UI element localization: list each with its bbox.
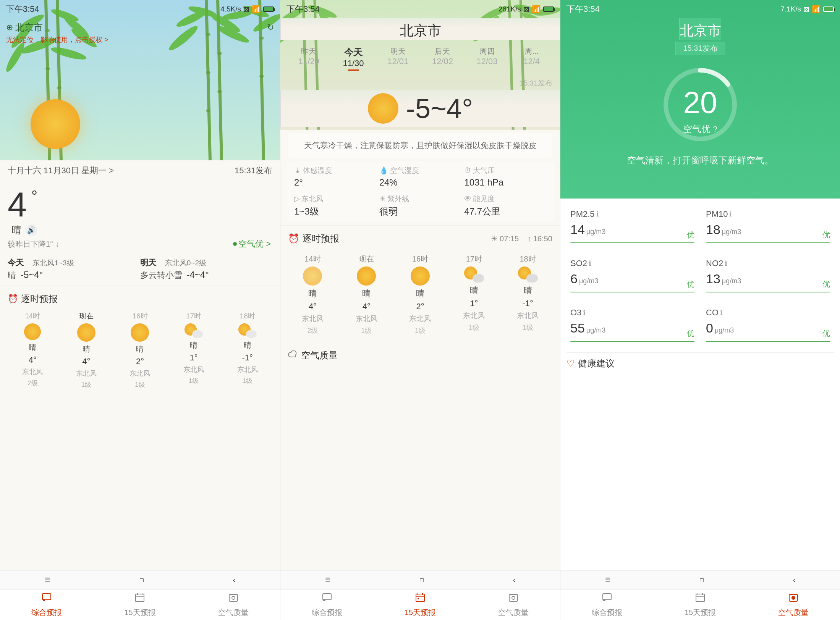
weather-tip-2: 天气寒冷干燥，注意保暖防寒，且护肤做好保湿以免皮肤干燥脱皮	[288, 133, 552, 158]
visibility-value: 47.7公里	[464, 205, 546, 218]
svg-point-15	[217, 52, 222, 55]
panel-15day: 下午3:54 281K/s ⊠ 📶 北京市 昨天 11/29 今天 11/30	[280, 0, 560, 620]
svg-rect-68	[603, 594, 611, 600]
feel-temp-value: 2°	[294, 177, 376, 188]
sys-back-1[interactable]: ‹	[233, 577, 235, 584]
hour-item-4: 18时 晴 -1° 东北风 1级	[221, 311, 274, 389]
sound-icon-1[interactable]: 🔊	[25, 224, 37, 236]
hour-weather-3: 晴	[190, 340, 197, 350]
sys-back-3[interactable]: ‹	[793, 577, 795, 584]
tab-today[interactable]: 今天 11/30	[331, 44, 376, 73]
bottom-nav-1: 综合预报 15天预报 空气质量	[0, 589, 280, 620]
sys-home-1[interactable]: □	[140, 577, 144, 584]
aqi-question-icon[interactable]: ?	[713, 125, 717, 134]
hour-weather-2: 晴	[136, 344, 144, 354]
uv-icon: ☀	[379, 194, 386, 203]
nav-15day-3[interactable]: 15天预报	[654, 590, 747, 620]
svg-point-14	[206, 109, 210, 112]
speed-2: 281K/s	[498, 5, 521, 13]
time-3: 下午3:54	[566, 3, 600, 15]
scroll-content-2: 天气寒冷干燥，注意保暖防寒，且护肤做好保湿以免皮肤干燥脱皮 🌡 体感温度 2° …	[280, 130, 560, 620]
location-bar-1[interactable]: ⊕ 北京市 ↻	[0, 18, 280, 34]
sys-home-2[interactable]: □	[420, 577, 424, 584]
svg-point-42	[232, 596, 235, 599]
hour-windlvl-4: 1级	[242, 376, 252, 385]
nav-15day-2[interactable]: 15天预报	[374, 590, 467, 620]
main-weather-2: -5~4°	[280, 90, 560, 127]
tab-next[interactable]: 周... 12/4	[509, 44, 554, 73]
hour-windlvl-1: 1级	[81, 380, 91, 389]
svg-point-13	[206, 71, 210, 74]
hour-temp-0: 4°	[29, 355, 37, 365]
nav-label-comp-2: 综合预报	[312, 607, 342, 618]
sys-menu-1[interactable]: ☰	[45, 576, 50, 584]
publish-time-2: 15:31发布	[280, 77, 560, 90]
time-1: 下午3:54	[6, 3, 39, 15]
p2-hour-1: 现在 晴 4° 东北风 1级	[340, 251, 393, 338]
humidity-icon: 💧	[379, 166, 388, 175]
nav-airquality-3[interactable]: 空气质量	[747, 590, 840, 620]
hour-temp-4: -1°	[242, 353, 252, 363]
health-title: 健康建议	[578, 357, 615, 370]
tomorrow-wind: 东北风0~2级	[165, 259, 206, 267]
sys-nav-2: ☰ □ ‹	[280, 570, 560, 589]
bottom-nav-2: 综合预报 15天预报 空气质量	[280, 589, 560, 620]
tab-yesterday[interactable]: 昨天 11/29	[286, 44, 331, 73]
tomorrow-details: 多云转小雪 -4~4°	[140, 270, 273, 281]
nav-airquality-1[interactable]: 空气质量	[187, 590, 280, 620]
signal-icon-3: ⊠	[803, 5, 809, 14]
sys-back-2[interactable]: ‹	[513, 577, 515, 584]
sys-menu-3[interactable]: ☰	[605, 576, 610, 584]
hour-windlvl-2: 1级	[135, 380, 145, 389]
publish-time-3: 15:31发布	[675, 42, 725, 55]
hour-time-0: 14时	[25, 311, 40, 321]
sys-menu-2[interactable]: ☰	[325, 576, 330, 584]
nav-comprehensive-3[interactable]: 综合预报	[560, 590, 654, 620]
divider-1	[0, 286, 280, 286]
pollutant-no2: NO2 ℹ 13 μg/m3 优	[702, 254, 834, 297]
location-error-1[interactable]: 无法定位，影响使用，点击授权 >	[0, 34, 280, 46]
alarm-icon-1: ⏰	[8, 294, 18, 304]
wind-icon: ▷	[294, 194, 300, 203]
sun-decoration	[31, 99, 80, 149]
temp-row-1: 4 °	[0, 181, 280, 223]
svg-point-65	[512, 596, 515, 599]
nav-icon-15day-2	[415, 593, 426, 606]
status-right-3: 7.1K/s ⊠ 📶	[780, 5, 834, 14]
nav-comprehensive-2[interactable]: 综合预报	[280, 590, 374, 620]
pollutant-grid: PM2.5 ℹ 14 μg/m3 优 PM10 ℹ	[566, 205, 834, 346]
svg-rect-64	[509, 594, 518, 601]
bottom-nav-3: 综合预报 15天预报 空气质量	[560, 589, 840, 620]
tab-thu[interactable]: 周四 12/03	[465, 44, 510, 73]
signal-icon-1: ⊠	[243, 5, 249, 14]
air-dot-1	[233, 242, 237, 246]
speed-3: 7.1K/s	[780, 5, 801, 13]
svg-point-36	[43, 599, 45, 601]
hour-windlvl-3: 1级	[189, 376, 199, 385]
wifi-icon-2: 📶	[532, 5, 541, 14]
cloud-aqi-icon	[288, 350, 298, 360]
sys-home-3[interactable]: □	[700, 577, 704, 584]
svg-point-58	[323, 599, 325, 601]
top-section-3: 下午3:54 7.1K/s ⊠ 📶 北京市 15:31发布 20	[560, 0, 840, 199]
svg-rect-41	[229, 594, 238, 601]
nav-comprehensive-1[interactable]: 综合预报	[0, 590, 93, 620]
bottom-section-3: PM2.5 ℹ 14 μg/m3 优 PM10 ℹ	[560, 199, 840, 620]
hour-wind-2: 东北风	[129, 369, 150, 378]
battery-3	[823, 6, 834, 12]
air-quality-badge-1[interactable]: 空气优 >	[233, 238, 272, 250]
signal-icon-2: ⊠	[523, 5, 529, 14]
battery-2	[543, 6, 554, 12]
location-plus-icon: ⊕	[6, 23, 13, 32]
aqi-circle: 20 空气优 ?	[658, 63, 742, 147]
nav-airquality-2[interactable]: 空气质量	[467, 590, 560, 620]
nav-icon-comp-3	[602, 593, 612, 606]
tab-day-after[interactable]: 后天 12/02	[420, 44, 465, 73]
nav-label-15day-2: 15天预报	[405, 607, 436, 618]
status-bar-1: 下午3:54 4.5K/s ⊠ 📶	[0, 0, 280, 18]
main-weather-name-2: 晴	[280, 127, 560, 130]
hour-temp-3: 1°	[190, 353, 198, 363]
refresh-icon-1[interactable]: ↻	[267, 23, 274, 32]
nav-15day-1[interactable]: 15天预报	[93, 590, 186, 620]
tab-tomorrow[interactable]: 明天 12/01	[375, 44, 420, 73]
